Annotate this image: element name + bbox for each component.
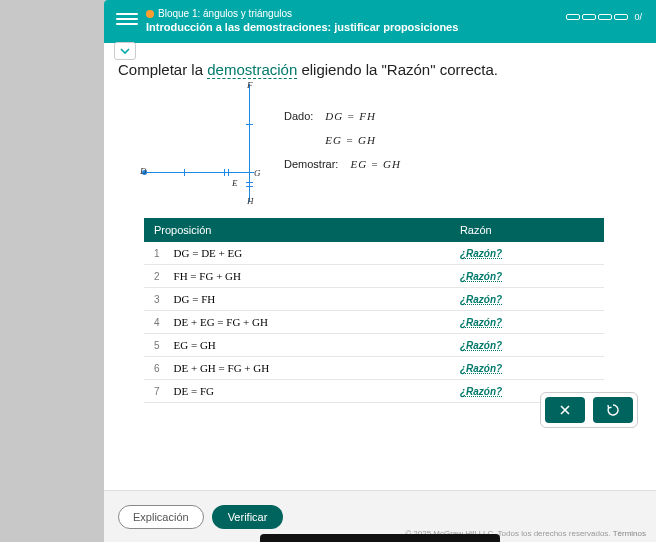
label-h: H — [247, 196, 254, 206]
reason-cell: ¿Razón? — [450, 334, 604, 357]
table-row: 2FH = FG + GH¿Razón? — [144, 265, 604, 288]
clear-button[interactable] — [545, 397, 585, 423]
verify-button[interactable]: Verificar — [212, 505, 284, 529]
col-razon: Razón — [450, 218, 604, 242]
progress-seg — [614, 14, 628, 20]
main-panel: Bloque 1: ángulos y triángulos Introducc… — [104, 0, 656, 542]
reason-cell: ¿Razón? — [450, 242, 604, 265]
reason-link[interactable]: ¿Razón? — [460, 294, 502, 305]
prompt-pre: Completar la — [118, 61, 207, 78]
label-f: F — [247, 80, 253, 90]
col-proposicion: Proposición — [144, 218, 450, 242]
progress-indicator: 0/ — [566, 12, 642, 22]
row-number: 4 — [144, 311, 164, 334]
menu-button[interactable] — [116, 10, 138, 28]
reason-link[interactable]: ¿Razón? — [460, 248, 502, 259]
table-row: 1DG = DE + EG¿Razón? — [144, 242, 604, 265]
header-text: Bloque 1: ángulos y triángulos Introducc… — [146, 8, 458, 33]
progress-seg — [598, 14, 612, 20]
demostrar-label: Demostrar: — [284, 152, 338, 176]
tick-eg-1 — [224, 169, 225, 176]
label-d: D — [140, 166, 147, 176]
tick-gh-1 — [246, 182, 253, 183]
row-number: 1 — [144, 242, 164, 265]
segment-dg — [144, 172, 254, 173]
chevron-down-icon — [120, 46, 130, 56]
proposition-cell: DE + EG = FG + GH — [164, 311, 450, 334]
prove-statement: EG = GH — [350, 152, 400, 176]
prompt-text: Completar la demostración eligiendo la "… — [118, 61, 642, 78]
given-1: DG = FH — [325, 104, 375, 128]
givens-block: Dado: DG = FH Dado: EG = GH Demostrar: E… — [284, 104, 401, 177]
table-row: 7DE = FG¿Razón? — [144, 380, 604, 403]
reason-cell: ¿Razón? — [450, 311, 604, 334]
reason-cell: ¿Razón? — [450, 357, 604, 380]
table-row: 3DG = FH¿Razón? — [144, 288, 604, 311]
proposition-cell: FH = FG + GH — [164, 265, 450, 288]
undo-button[interactable] — [593, 397, 633, 423]
reason-link[interactable]: ¿Razón? — [460, 271, 502, 282]
proposition-cell: EG = GH — [164, 334, 450, 357]
tick-eg-2 — [228, 169, 229, 176]
table-row: 6DE + GH = FG + GH¿Razón? — [144, 357, 604, 380]
table-row: 5EG = GH¿Razón? — [144, 334, 604, 357]
proposition-cell: DE = FG — [164, 380, 450, 403]
diagram-and-givens: D E F G H Dado: DG = FH Dado: EG = GH — [144, 84, 642, 204]
given-2: EG = GH — [325, 128, 375, 152]
dado-label: Dado: — [284, 104, 313, 128]
terms-link[interactable]: Términos — [613, 529, 646, 538]
row-number: 2 — [144, 265, 164, 288]
header: Bloque 1: ángulos y triángulos Introducc… — [104, 0, 656, 43]
segment-fh — [249, 84, 250, 202]
label-e: E — [232, 178, 238, 188]
reason-cell: ¿Razón? — [450, 265, 604, 288]
tick-gh-2 — [246, 186, 253, 187]
explanation-button[interactable]: Explicación — [118, 505, 204, 529]
reason-link[interactable]: ¿Razón? — [460, 363, 502, 374]
progress-seg — [582, 14, 596, 20]
progress-label: 0/ — [634, 12, 642, 22]
row-number: 6 — [144, 357, 164, 380]
reason-link[interactable]: ¿Razón? — [460, 386, 502, 397]
label-g: G — [254, 168, 261, 178]
action-toolbar — [540, 392, 638, 428]
breadcrumb: Bloque 1: ángulos y triángulos — [146, 8, 458, 19]
breadcrumb-label: Bloque 1: ángulos y triángulos — [158, 8, 292, 19]
status-dot-icon — [146, 10, 154, 18]
prompt-post: eligiendo la "Razón" correcta. — [297, 61, 498, 78]
bottom-handle — [260, 534, 500, 542]
tick-de — [184, 169, 185, 176]
table-row: 4DE + EG = FG + GH¿Razón? — [144, 311, 604, 334]
undo-icon — [606, 403, 620, 417]
geometry-diagram: D E F G H — [144, 84, 264, 204]
row-number: 3 — [144, 288, 164, 311]
reason-cell: ¿Razón? — [450, 288, 604, 311]
reason-link[interactable]: ¿Razón? — [460, 317, 502, 328]
demostracion-link[interactable]: demostración — [207, 61, 297, 79]
proposition-cell: DG = DE + EG — [164, 242, 450, 265]
app-root: Bloque 1: ángulos y triángulos Introducc… — [0, 0, 656, 542]
page-title: Introducción a las demostraciones: justi… — [146, 21, 458, 33]
row-number: 7 — [144, 380, 164, 403]
close-icon — [559, 404, 571, 416]
proposition-cell: DG = FH — [164, 288, 450, 311]
collapse-toggle[interactable] — [114, 42, 136, 60]
reason-link[interactable]: ¿Razón? — [460, 340, 502, 351]
tick-fg — [246, 124, 253, 125]
proof-table: Proposición Razón 1DG = DE + EG¿Razón?2F… — [144, 218, 604, 403]
progress-seg — [566, 14, 580, 20]
content-area: Completar la demostración eligiendo la "… — [104, 43, 656, 490]
proposition-cell: DE + GH = FG + GH — [164, 357, 450, 380]
row-number: 5 — [144, 334, 164, 357]
